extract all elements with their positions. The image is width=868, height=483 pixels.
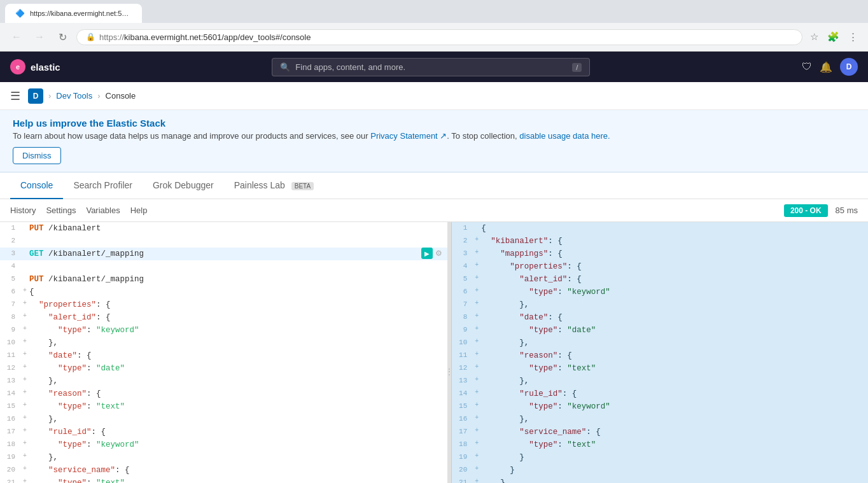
- shield-icon[interactable]: 🛡: [802, 61, 812, 73]
- response-line-content: "date": {: [481, 311, 863, 324]
- breadcrumb-separator: ›: [48, 91, 51, 101]
- response-line: 11+ "reason": {: [452, 349, 868, 362]
- response-line-content: "alert_id": {: [481, 273, 863, 286]
- time-badge: 85 ms: [836, 206, 858, 215]
- response-line: 1 {: [452, 222, 868, 235]
- response-line-dot: +: [475, 375, 481, 385]
- elastic-label: elastic: [31, 62, 60, 73]
- editor-line: 14+ "reason": {: [0, 388, 447, 400]
- tab-painless-lab[interactable]: Painless Lab BETA: [224, 172, 324, 199]
- response-line-dot: +: [475, 337, 481, 347]
- line-actions: ▶⚙: [421, 248, 442, 259]
- line-content: "type": "date": [29, 362, 442, 375]
- response-line-content: "reason": {: [481, 349, 863, 362]
- search-placeholder: Find apps, content, and more.: [295, 62, 405, 72]
- settings-button[interactable]: ⚙: [435, 249, 442, 258]
- breadcrumb-console: Console: [106, 91, 136, 101]
- devtools-tabs: Console Search Profiler Grok Debugger Pa…: [0, 172, 868, 199]
- line-number: 7: [5, 298, 23, 311]
- toolbar-settings[interactable]: Settings: [46, 203, 76, 218]
- editor-line: 1 PUT /kibanalert: [0, 222, 447, 235]
- response-line-dot: +: [475, 235, 481, 245]
- toolbar-right: 200 - OK 85 ms: [784, 204, 858, 217]
- editor-line: 13+ },: [0, 375, 447, 388]
- line-number: 9: [5, 324, 23, 336]
- dismiss-button[interactable]: Dismiss: [13, 147, 61, 164]
- search-icon: 🔍: [280, 62, 290, 72]
- bell-icon[interactable]: 🔔: [820, 61, 832, 73]
- editor-line: 20+ "service_name": {: [0, 464, 447, 477]
- reload-button[interactable]: ↻: [53, 28, 71, 46]
- response-line: 9+ "type": "date": [452, 324, 868, 337]
- response-line: 3+ "mappings": {: [452, 248, 868, 260]
- privacy-link[interactable]: Privacy Statement ↗: [370, 131, 447, 141]
- disable-link[interactable]: disable usage data here.: [519, 131, 610, 141]
- line-number: 11: [5, 349, 23, 361]
- editor-line: 16+ },: [0, 413, 447, 426]
- response-line: 19+ }: [452, 451, 868, 464]
- extensions-button[interactable]: 🧩: [825, 29, 842, 45]
- response-line-number: 13: [457, 375, 475, 387]
- line-dot: +: [23, 426, 29, 436]
- editor-line: 6+{: [0, 286, 447, 298]
- editor-line: 21+ "type": "text": [0, 477, 447, 483]
- toolbar-history[interactable]: History: [10, 203, 36, 218]
- bookmark-button[interactable]: ☆: [808, 29, 821, 45]
- response-line: 13+ },: [452, 375, 868, 388]
- breadcrumb-d-icon: D: [28, 88, 43, 104]
- response-line-dot: +: [475, 477, 481, 483]
- line-number: 14: [5, 388, 23, 400]
- beta-badge: BETA: [291, 182, 314, 190]
- browser-nav: ← → ↻ 🔒 https://kibana.evermight.net:560…: [0, 23, 868, 51]
- line-dot: +: [23, 388, 29, 398]
- tab-search-profiler[interactable]: Search Profiler: [63, 172, 143, 199]
- response-line-content: }: [481, 477, 863, 483]
- line-number: 13: [5, 375, 23, 387]
- avatar[interactable]: D: [840, 58, 858, 76]
- line-number: 6: [5, 286, 23, 298]
- response-line-content: },: [481, 337, 863, 349]
- editor-panel: 1 PUT /kibanalert2 3 GET /kibanalert/_ma…: [0, 222, 447, 483]
- response-line-dot: +: [475, 464, 481, 474]
- line-content: "type": "text": [29, 477, 442, 483]
- browser-chrome: 🔷 https://kibana.evermight.net:5601/app/…: [0, 0, 868, 52]
- toolbar-variables[interactable]: Variables: [86, 203, 120, 218]
- editor-line: 10+ },: [0, 337, 447, 349]
- line-number: 3: [5, 248, 23, 260]
- banner-title: Help us improve the Elastic Stack: [13, 118, 855, 129]
- line-dot: +: [23, 324, 29, 334]
- app-search[interactable]: 🔍 Find apps, content, and more. /: [272, 58, 590, 76]
- toolbar-help[interactable]: Help: [130, 203, 148, 218]
- line-content: "type": "keyword": [29, 324, 442, 337]
- line-content: },: [29, 375, 442, 388]
- response-line: 5+ "alert_id": {: [452, 273, 868, 286]
- response-line-number: 20: [457, 464, 475, 476]
- response-line-content: {: [481, 222, 863, 235]
- response-line-dot: +: [475, 362, 481, 372]
- tab-search-profiler-label: Search Profiler: [73, 180, 132, 190]
- back-button[interactable]: ←: [8, 28, 25, 46]
- line-dot: +: [23, 451, 29, 461]
- address-bar[interactable]: 🔒 https://kibana.evermight.net:5601/app/…: [76, 29, 802, 45]
- hamburger-button[interactable]: ☰: [10, 89, 20, 103]
- response-line-number: 19: [457, 451, 475, 463]
- editor-line: 18+ "type": "keyword": [0, 438, 447, 451]
- tab-console[interactable]: Console: [10, 172, 63, 199]
- response-line-number: 1: [457, 222, 475, 234]
- editor-line: 11+ "date": {: [0, 349, 447, 362]
- response-line: 14+ "rule_id": {: [452, 388, 868, 400]
- response-line-dot: +: [475, 298, 481, 309]
- tab-title: https://kibana.evermight.net:5601/app/de…: [30, 10, 132, 17]
- forward-button[interactable]: →: [31, 28, 48, 46]
- run-button[interactable]: ▶: [421, 248, 433, 259]
- tab-grok-debugger[interactable]: Grok Debugger: [143, 172, 224, 199]
- breadcrumb-devtools-link[interactable]: Dev Tools: [56, 91, 92, 101]
- line-dot: +: [23, 311, 29, 321]
- code-editor[interactable]: 1 PUT /kibanalert2 3 GET /kibanalert/_ma…: [0, 222, 447, 483]
- line-number: 20: [5, 464, 23, 476]
- response-line-content: "type": "keyword": [481, 400, 863, 413]
- banner-text-after: . To stop collection,: [447, 131, 519, 141]
- browser-tab[interactable]: 🔷 https://kibana.evermight.net:5601/app/…: [5, 4, 142, 23]
- menu-button[interactable]: ⋮: [846, 29, 860, 45]
- editor-line: 17+ "rule_id": {: [0, 426, 447, 438]
